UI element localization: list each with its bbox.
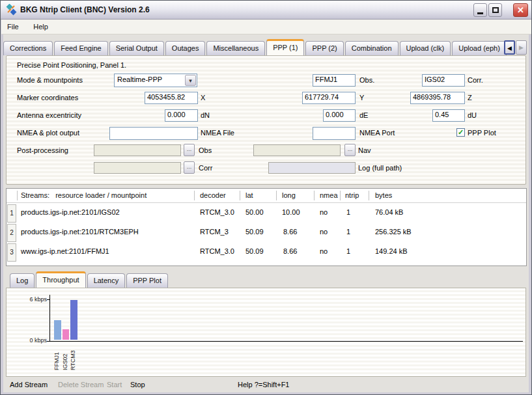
- post-obs-browse-button[interactable]: ...: [184, 144, 195, 156]
- chevron-down-icon[interactable]: ▾: [185, 75, 196, 86]
- col-header-lat[interactable]: lat: [245, 191, 253, 199]
- tab-combination[interactable]: Combination: [345, 41, 399, 55]
- tab-outages[interactable]: Outages: [165, 41, 206, 55]
- menu-help[interactable]: Help: [27, 20, 54, 34]
- mode-combobox[interactable]: Realtime-PPP ▾: [114, 74, 197, 87]
- corr-mountpoint-field[interactable]: IGS02: [422, 74, 465, 87]
- post-processing-label: Post-processing: [17, 146, 68, 154]
- tab-throughput[interactable]: Throughput: [36, 271, 85, 288]
- minimize-button[interactable]: [473, 3, 487, 17]
- row-header-2[interactable]: 2: [7, 224, 16, 242]
- tab-corrections[interactable]: Corrections: [3, 41, 53, 55]
- tab-ppp-2[interactable]: PPP (2): [305, 41, 343, 55]
- window-title: BKG Ntrip Client (BNC) Version 2.6: [20, 1, 150, 20]
- cell-lat: 50.09: [245, 247, 264, 255]
- col-header-ntrip[interactable]: ntrip: [345, 191, 359, 199]
- tab-upload-eph[interactable]: Upload (eph): [452, 41, 507, 55]
- tab-serial-output[interactable]: Serial Output: [109, 41, 164, 55]
- antenna-dn-field[interactable]: 0.000: [165, 109, 198, 122]
- post-log-label: Log (full path): [358, 164, 402, 172]
- throughput-chart: 6 kbps 0 kbps FFMJ1 IGS02 RTCM3: [6, 288, 526, 377]
- maximize-button[interactable]: [488, 3, 502, 17]
- corr-label: Corr.: [468, 76, 483, 84]
- cell-long: 8.66: [283, 228, 297, 236]
- y-label-min: 0 kbps: [21, 337, 47, 344]
- antenna-du-label: dU: [468, 111, 477, 119]
- streams-table: Streams: resource loader / mountpoint de…: [6, 188, 527, 266]
- tab-feed-engine[interactable]: Feed Engine: [54, 41, 107, 55]
- nmea-file-label: NMEA File: [201, 129, 234, 137]
- post-corr-label: Corr: [199, 164, 212, 172]
- menu-file[interactable]: File: [1, 20, 25, 34]
- y-axis: [49, 295, 50, 341]
- nmea-port-field[interactable]: [313, 127, 356, 140]
- ppp1-panel: Precise Point Positioning, Panel 1. Mode…: [6, 55, 526, 185]
- obs-label: Obs.: [359, 76, 374, 84]
- close-icon: ✕: [517, 5, 524, 15]
- help-hint: Help ?=Shift+F1: [238, 381, 290, 388]
- bar-label-rtcm3: RTCM3: [70, 344, 76, 370]
- ppp-plot-label: PPP Plot: [468, 129, 496, 137]
- window-frame-right: [529, 20, 531, 395]
- stop-button[interactable]: Stop: [130, 381, 145, 388]
- app-icon: [5, 4, 18, 16]
- post-nav-field: [253, 144, 341, 156]
- marker-z-label: Z: [468, 94, 472, 102]
- header-separator: [369, 191, 369, 200]
- header-separator: [340, 191, 341, 200]
- cell-mountpoint: products.igs-ip.net:2101/RTCM3EPH: [21, 228, 139, 236]
- add-stream-button[interactable]: Add Stream: [10, 381, 48, 388]
- post-obs-label: Obs: [199, 146, 212, 154]
- cell-decoder: RTCM_3.0: [200, 208, 234, 216]
- cell-nmea: no: [320, 228, 328, 236]
- post-nav-browse-button[interactable]: ...: [344, 144, 356, 156]
- tab-ppp-1[interactable]: PPP (1): [266, 39, 304, 55]
- ppp-plot-checkbox[interactable]: ✓: [456, 128, 465, 137]
- menu-bar: File Help: [1, 20, 532, 34]
- row-header-1[interactable]: 1: [7, 204, 16, 223]
- start-button[interactable]: Start: [107, 381, 122, 388]
- antenna-de-field[interactable]: 0.000: [323, 109, 356, 122]
- obs-mountpoint-field[interactable]: FFMJ1: [313, 74, 356, 87]
- antenna-du-field[interactable]: 0.45: [432, 109, 465, 122]
- chart-bar: [54, 320, 61, 340]
- col-header-bytes[interactable]: bytes: [375, 191, 392, 199]
- close-button[interactable]: ✕: [513, 3, 528, 17]
- header-underline: [7, 202, 526, 203]
- marker-x-field[interactable]: 4053455.82: [145, 92, 198, 104]
- antenna-dn-label: dN: [201, 111, 210, 119]
- antenna-de-label: dE: [359, 111, 368, 119]
- col-header-long[interactable]: long: [282, 191, 296, 199]
- row-header-3[interactable]: 3: [7, 243, 16, 262]
- cell-bytes: 256.325 kB: [375, 228, 412, 236]
- post-nav-label: Nav: [358, 146, 371, 154]
- col-header-streams[interactable]: Streams: resource loader / mountpoint: [21, 191, 147, 199]
- cell-ntrip: 1: [346, 247, 350, 255]
- marker-z-field[interactable]: 4869395.78: [410, 92, 465, 104]
- tab-scroll-right-button[interactable]: ▶: [516, 40, 527, 55]
- nmea-file-field[interactable]: [109, 127, 198, 140]
- y-tick-max: [47, 299, 49, 300]
- cell-long: 10.00: [282, 208, 300, 216]
- col-header-decoder[interactable]: decoder: [200, 191, 226, 199]
- chart-bar: [70, 300, 77, 340]
- minimize-icon: [477, 12, 483, 14]
- cell-nmea: no: [320, 247, 328, 255]
- tab-latency[interactable]: Latency: [87, 273, 126, 288]
- header-separator: [314, 191, 315, 200]
- col-header-nmea[interactable]: nmea: [320, 191, 338, 199]
- tab-miscellaneous[interactable]: Miscellaneous: [206, 41, 265, 55]
- post-corr-browse-button[interactable]: ...: [184, 161, 195, 174]
- delete-stream-button[interactable]: Delete Stream: [58, 381, 104, 388]
- marker-y-field[interactable]: 617729.74: [302, 92, 356, 104]
- cell-mountpoint: www.igs-ip.net:2101/FFMJ1: [21, 247, 109, 255]
- tab-ppp-plot[interactable]: PPP Plot: [126, 273, 168, 288]
- cell-mountpoint: products.igs-ip.net:2101/IGS02: [21, 208, 120, 216]
- y-label-max: 6 kbps: [21, 296, 47, 303]
- title-bar[interactable]: BKG Ntrip Client (BNC) Version 2.6 ✕: [1, 1, 531, 20]
- x-axis: [49, 341, 523, 342]
- post-log-field: [268, 162, 356, 174]
- tab-log[interactable]: Log: [10, 273, 35, 288]
- tab-scroll-left-button[interactable]: ◀: [504, 40, 515, 55]
- tab-upload-clk[interactable]: Upload (clk): [400, 41, 451, 55]
